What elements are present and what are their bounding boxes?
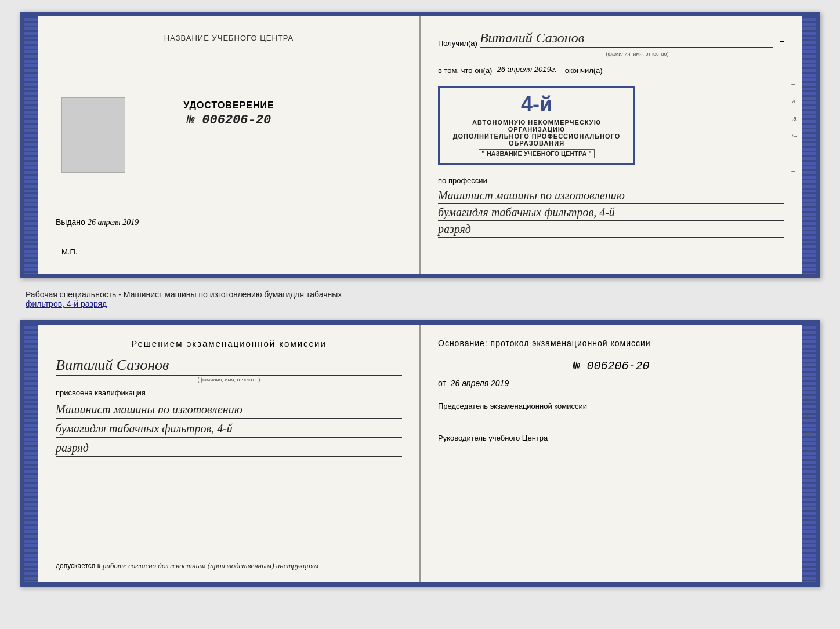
received-label: Получил(а) — [438, 39, 477, 48]
bot-person-name: Виталий Сазонов — [56, 357, 402, 376]
stamp-text2: ДОПОЛНИТЕЛЬНОГО ПРОФЕССИОНАЛЬНОГО ОБРАЗО… — [448, 133, 625, 147]
stamp-block: 4-й АВТОНОМНУЮ НЕКОММЕРЧЕСКУЮ ОРГАНИЗАЦИ… — [438, 86, 784, 165]
profession-line2: бумагидля табачных фильтров, 4-й — [438, 204, 784, 221]
stamp-number: 4-й — [448, 92, 625, 117]
bot-ruk-label: Руководитель учебного Центра — [438, 434, 784, 442]
spine-bottom-left — [24, 325, 38, 582]
profession-line3: разряд — [438, 221, 784, 238]
bot-assigned-label: присвоена квалификация — [56, 388, 402, 397]
bot-qual-line1: Машинист машины по изготовлению — [56, 401, 402, 419]
top-left-page: НАЗВАНИЕ УЧЕБНОГО ЦЕНТРА УДОСТОВЕРЕНИЕ №… — [38, 16, 421, 274]
bot-predsed-sign-line — [438, 413, 519, 424]
okonchil-label: окончил(а) — [565, 66, 603, 75]
bot-dopusk-value: работе согласно должностным (производств… — [103, 561, 318, 570]
vtom-line: в том, что он(а) 26 апреля 2019г. окончи… — [438, 65, 784, 75]
left-page-title: НАЗВАНИЕ УЧЕБНОГО ЦЕНТРА — [164, 34, 294, 42]
bot-osnov-label: Основание: протокол экзаменационной коми… — [438, 339, 784, 348]
recipient-line: Получил(а) Виталий Сазонов – — [438, 30, 784, 48]
side-marks-bottom: – – – и ,а ‹– – – – — [805, 359, 811, 506]
profession-label: по профессии — [438, 176, 784, 185]
side-marks-top: – – и ,а ‹– – – — [791, 63, 797, 174]
stamp-box: 4-й АВТОНОМНУЮ НЕКОММЕРЧЕСКУЮ ОРГАНИЗАЦИ… — [438, 86, 635, 165]
mp-label: М.П. — [61, 248, 77, 256]
vtom-date: 26 апреля 2019г. — [497, 65, 556, 75]
bot-predsed-label: Председатель экзаменационной комиссии — [438, 402, 784, 410]
top-right-page: Получил(а) Виталий Сазонов – (фамилия, и… — [421, 16, 802, 274]
issued-label: Выдано — [56, 217, 85, 227]
bot-qual-line2: бумагидля табачных фильтров, 4-й — [56, 420, 402, 438]
cert-block: УДОСТОВЕРЕНИЕ № 006206-20 — [183, 100, 274, 128]
bot-fio-hint: (фамилия, имя, отчество) — [56, 377, 402, 383]
vtom-label: в том, что он(а) — [438, 66, 492, 75]
top-document: НАЗВАНИЕ УЧЕБНОГО ЦЕНТРА УДОСТОВЕРЕНИЕ №… — [20, 12, 820, 278]
issued-date: 26 апреля 2019 — [88, 218, 139, 227]
bottom-right-page: Основание: протокол экзаменационной коми… — [421, 325, 802, 582]
fio-hint-top: (фамилия, имя, отчество) — [438, 51, 784, 57]
dash-after-name: – — [780, 36, 784, 45]
photo-placeholder — [61, 97, 125, 173]
bot-title: Решением экзаменационной комиссии — [56, 339, 402, 348]
stamp-text1: АВТОНОМНУЮ НЕКОММЕРЧЕСКУЮ ОРГАНИЗАЦИЮ — [448, 119, 625, 133]
bot-qual-line3: разряд — [56, 439, 402, 457]
bottom-document: Решением экзаменационной комиссии Витали… — [20, 320, 820, 587]
spine-left — [24, 16, 38, 274]
bot-right-date: от 26 апреля 2019 — [438, 379, 784, 388]
cert-number: № 006206-20 — [183, 113, 274, 128]
date-prefix: от — [438, 379, 446, 388]
middle-text-line2: фильтров, 4-й разряд — [26, 299, 814, 308]
bot-ruk-sign-line — [438, 445, 519, 456]
date-value: 26 апреля 2019 — [451, 379, 509, 388]
spine-right — [802, 16, 816, 274]
bot-right-number: № 006206-20 — [438, 359, 784, 373]
middle-text-block: Рабочая специальность - Машинист машины … — [20, 288, 820, 311]
issued-block: Выдано 26 апреля 2019 — [56, 217, 402, 227]
bottom-left-page: Решением экзаменационной комиссии Витали… — [38, 325, 421, 582]
middle-text-line1: Рабочая специальность - Машинист машины … — [26, 290, 814, 299]
bot-dopusk-label: допускается к — [56, 562, 100, 570]
bot-dopusk-block: допускается к работе согласно должностны… — [56, 548, 402, 570]
profession-line1: Машинист машины по изготовлению — [438, 187, 784, 204]
cert-label: УДОСТОВЕРЕНИЕ — [183, 100, 274, 111]
recipient-name: Виталий Сазонов — [480, 30, 773, 48]
stamp-text3: " НАЗВАНИЕ УЧЕБНОГО ЦЕНТРА " — [479, 149, 594, 158]
